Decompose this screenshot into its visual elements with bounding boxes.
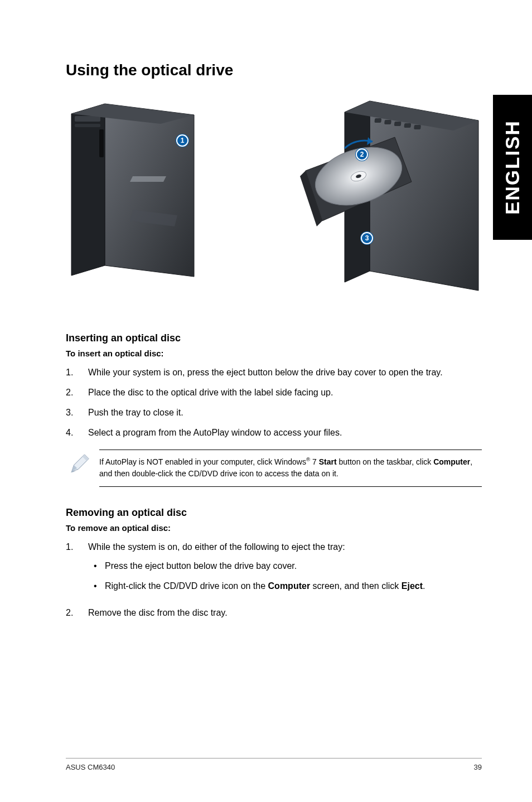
footer: ASUS CM6340 39 [66,758,482,771]
callout-1: 1 [176,134,188,147]
language-tab: ENGLISH [493,95,532,240]
step-text: Place the disc to the optical drive with… [88,386,482,399]
step-number: 1. [66,366,88,379]
page: ENGLISH Using the optical drive [0,0,532,802]
svg-rect-6 [404,123,411,128]
step-text: While the system is on, do either of the… [88,540,482,600]
insert-lead: To insert an optical disc: [66,349,482,358]
list-item: 4. Select a program from the AutoPlay wi… [66,426,482,439]
footer-product: ASUS CM6340 [66,763,115,771]
insert-steps: 1. While your system is on, press the ej… [66,366,482,439]
note-fragment: 7 [310,457,319,466]
sub-bullets: Press the eject button below the drive b… [88,559,482,593]
step-text: Remove the disc from the disc tray. [88,606,482,620]
bullet-bold: Eject [402,581,423,591]
step-number: 2. [66,386,88,399]
bullet-fragment: Right-click the CD/DVD drive icon on the [105,581,268,591]
step-number: 2. [66,606,88,620]
svg-rect-5 [394,122,402,126]
bullet-fragment: screen, and then click [310,581,402,591]
step-number: 4. [66,426,88,439]
step-text: Push the tray to close it. [88,406,482,419]
language-tab-label: ENGLISH [501,120,524,215]
note-fragment: If AutoPlay is NOT enabled in your compu… [99,457,306,466]
remove-heading: Removing an optical disc [66,507,482,519]
svg-rect-1 [75,124,100,127]
step-number: 3. [66,406,88,419]
list-item: Press the eject button below the drive b… [88,559,482,573]
page-title: Using the optical drive [66,61,482,79]
bullet-fragment: . [423,581,425,591]
step-text: While your system is on, press the eject… [88,366,482,379]
footer-page-number: 39 [474,763,482,771]
step-text-fragment: While the system is on, do either of the… [88,542,345,552]
list-item: 3. Push the tray to close it. [66,406,482,419]
tower-closed-illustration [66,98,200,288]
insert-heading: Inserting an optical disc [66,332,482,344]
tower-open-tray-illustration [283,98,484,299]
list-item: Right-click the CD/DVD drive icon on the… [88,579,482,593]
step-text: Select a program from the AutoPlay windo… [88,426,482,439]
note-fragment: button on the taskbar, click [337,457,434,466]
list-item: 2. Place the disc to the optical drive w… [66,386,482,399]
note-box: If AutoPlay is NOT enabled in your compu… [99,450,482,487]
list-item: 2. Remove the disc from the disc tray. [66,606,482,620]
svg-rect-2 [99,129,104,157]
list-item: 1. While your system is on, press the ej… [66,366,482,379]
pencil-note-icon [69,453,90,475]
callout-2: 2 [356,148,368,161]
bullet-bold: Computer [268,581,311,591]
callout-3: 3 [361,232,373,244]
list-item: 1. While the system is on, do either of … [66,540,482,600]
note-text: If AutoPlay is NOT enabled in your compu… [99,457,472,478]
figures: 1 2 3 [66,98,482,310]
note-bold: Start [319,457,337,466]
note-bold: Computer [433,457,470,466]
svg-rect-3 [374,118,381,123]
svg-rect-0 [75,116,100,122]
svg-rect-4 [384,120,391,124]
step-number: 1. [66,540,88,600]
remove-lead: To remove an optical disc: [66,523,482,533]
svg-rect-7 [414,125,421,129]
remove-steps: 1. While the system is on, do either of … [66,540,482,620]
